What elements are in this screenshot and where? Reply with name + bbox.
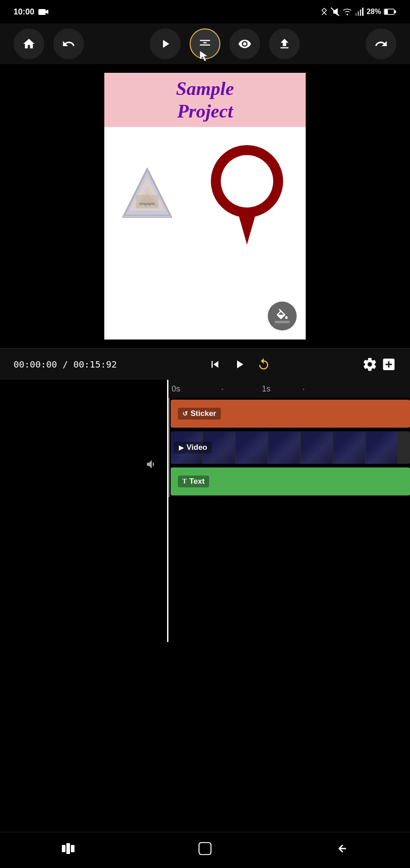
playhead[interactable] <box>167 380 168 398</box>
sticker-track[interactable]: ↺ Sticker <box>171 400 410 428</box>
timeline-tracks: 0s · 1s · ↺ Sticker ▶ Video <box>167 380 410 642</box>
track-labels <box>0 380 167 642</box>
play-button[interactable] <box>150 28 181 59</box>
svg-rect-15 <box>136 195 158 208</box>
battery-icon <box>384 8 396 15</box>
home-button[interactable] <box>14 28 44 59</box>
current-time: 00:00:00 <box>14 359 57 370</box>
skip-back-button[interactable] <box>208 358 222 371</box>
svg-rect-4 <box>358 11 359 16</box>
back-button[interactable] <box>321 837 362 863</box>
timeline-controls: 00:00:00 / 00:15:92 <box>0 348 410 380</box>
time-display: 10:00 <box>14 7 34 17</box>
video-thumb-3 <box>236 431 267 464</box>
toolbar-left <box>14 28 84 59</box>
redo-button[interactable] <box>366 28 396 59</box>
svg-rect-0 <box>38 9 46 15</box>
battery-percent: 28% <box>367 8 381 16</box>
sticker-triangle: Infographic <box>118 163 177 222</box>
undo-button[interactable] <box>53 28 84 59</box>
tc-play-button[interactable] <box>233 358 246 371</box>
status-bar: 10:00 28% <box>0 0 410 24</box>
ruler-mark-1s: 1s <box>262 384 270 394</box>
align-button[interactable] <box>190 28 220 59</box>
toolbar-right <box>366 28 396 59</box>
canvas-content: Infographic <box>104 127 306 340</box>
svg-rect-3 <box>355 13 357 16</box>
canvas-frame: SampleProject Infographic <box>104 73 306 340</box>
timeline-area: 0s · 1s · ↺ Sticker ▶ Video <box>0 380 410 642</box>
svg-point-18 <box>221 155 273 208</box>
mute-icon <box>331 7 340 16</box>
toolbar <box>0 24 410 64</box>
bluetooth-icon <box>321 7 328 16</box>
video-thumb-7 <box>366 431 397 464</box>
svg-rect-19 <box>62 845 65 852</box>
toolbar-center <box>150 28 300 59</box>
signal-icon <box>355 8 364 16</box>
canvas-banner: SampleProject <box>104 73 306 127</box>
preview-button[interactable] <box>229 28 260 59</box>
ruler-dot-1: · <box>221 384 224 394</box>
recents-button[interactable] <box>48 837 89 863</box>
svg-rect-9 <box>394 10 396 13</box>
ruler-mark-0s: 0s <box>172 384 180 394</box>
tc-right <box>362 357 396 372</box>
svg-rect-6 <box>362 8 363 16</box>
svg-rect-8 <box>385 9 388 14</box>
text-track-row: T Text <box>167 466 410 497</box>
preview-area: SampleProject Infographic <box>0 64 410 348</box>
tc-buttons <box>208 358 270 371</box>
timeline-settings-button[interactable] <box>362 357 377 372</box>
video-track-row: ▶ Video <box>167 429 410 466</box>
svg-rect-22 <box>199 843 211 854</box>
svg-marker-1 <box>46 9 48 14</box>
canvas-title: SampleProject <box>176 77 234 123</box>
video-thumb-6 <box>333 431 365 464</box>
bottom-nav <box>0 832 410 868</box>
svg-line-2 <box>331 8 339 16</box>
video-track-label: Video <box>186 443 207 452</box>
export-button[interactable] <box>269 28 300 59</box>
video-thumb-5 <box>301 431 332 464</box>
add-track-button[interactable] <box>381 357 396 372</box>
video-track-chip: ▶ Video <box>174 442 212 453</box>
sticker-track-label: Sticker <box>191 409 216 418</box>
text-track-chip: T Text <box>178 476 209 487</box>
playhead-line <box>167 398 168 642</box>
sticker-track-row: ↺ Sticker <box>167 398 410 429</box>
text-track-label: Text <box>189 477 205 486</box>
volume-icon <box>145 458 158 473</box>
svg-rect-21 <box>71 845 75 852</box>
text-track[interactable]: T Text <box>171 467 410 495</box>
video-thumb-4 <box>268 431 300 464</box>
loop-button[interactable] <box>257 358 270 371</box>
video-track[interactable]: ▶ Video <box>171 431 410 464</box>
video-label-row <box>0 448 167 484</box>
time-display: 00:00:00 / 00:15:92 <box>14 359 117 370</box>
status-left: 10:00 <box>14 7 49 17</box>
sticker-track-chip: ↺ Sticker <box>178 408 221 420</box>
svg-text:Infographic: Infographic <box>140 202 155 206</box>
timeline-ruler: 0s · 1s · <box>167 380 410 398</box>
svg-rect-20 <box>66 843 70 854</box>
home-nav-button[interactable] <box>185 837 225 863</box>
camera-icon <box>38 7 49 16</box>
fab-paint-button[interactable] <box>268 302 297 330</box>
status-right: 28% <box>321 7 396 16</box>
sticker-ring <box>202 141 292 245</box>
cursor-overlay <box>198 49 212 63</box>
text-label-row <box>0 484 167 515</box>
sticker-label-row <box>0 416 167 448</box>
total-time: 00:15:92 <box>73 359 116 370</box>
time-separator: / <box>62 359 68 370</box>
ruler-dot-2: · <box>303 384 305 394</box>
svg-rect-5 <box>360 9 361 16</box>
wifi-icon <box>342 8 352 16</box>
